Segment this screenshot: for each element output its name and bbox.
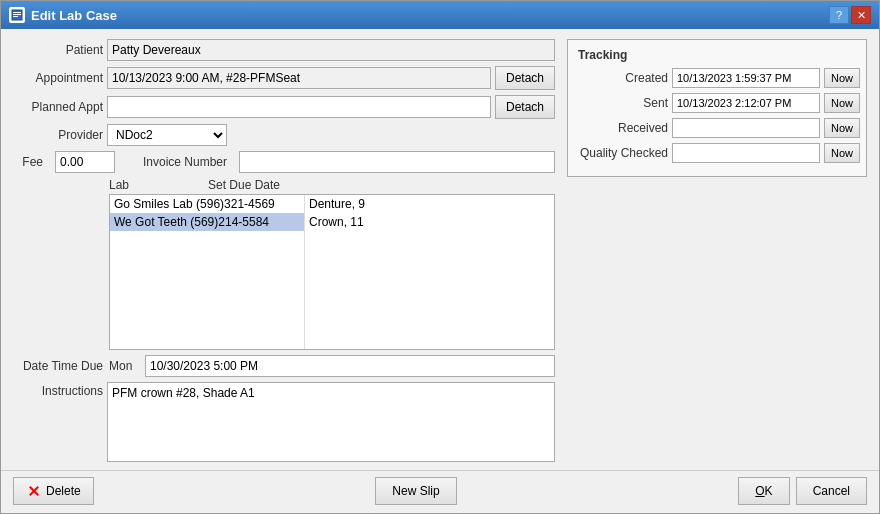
delete-label: Delete: [46, 484, 81, 498]
patient-input[interactable]: [107, 39, 555, 61]
tracking-created-input[interactable]: [672, 68, 820, 88]
invoice-input[interactable]: [239, 151, 555, 173]
instructions-section: Instructions PFM crown #28, Shade A1: [13, 382, 555, 462]
edit-lab-case-window: Edit Lab Case ? ✕ Patient Appointment De…: [0, 0, 880, 514]
svg-rect-1: [13, 12, 21, 13]
due-list[interactable]: Denture, 9 Crown, 11: [305, 195, 554, 349]
window-content: Patient Appointment Detach Planned Appt …: [1, 29, 879, 470]
tracking-received-now-button[interactable]: Now: [824, 118, 860, 138]
patient-row: Patient: [13, 39, 555, 61]
instructions-textarea[interactable]: PFM crown #28, Shade A1: [107, 382, 555, 462]
lab-item-1[interactable]: Go Smiles Lab (596)321-4569: [110, 195, 304, 213]
close-button[interactable]: ✕: [851, 6, 871, 24]
lab-list-area: Go Smiles Lab (596)321-4569 We Got Teeth…: [109, 194, 555, 350]
new-slip-button[interactable]: New Slip: [375, 477, 456, 505]
appointment-label: Appointment: [13, 71, 103, 85]
help-button[interactable]: ?: [829, 6, 849, 24]
ok-button[interactable]: OK: [738, 477, 789, 505]
provider-select[interactable]: NDoc2: [107, 124, 227, 146]
set-due-column-header: Set Due Date: [208, 178, 555, 194]
window-title: Edit Lab Case: [31, 8, 117, 23]
lab-section: Lab Set Due Date Go Smiles Lab (596)321-…: [13, 178, 555, 350]
planned-appt-label: Planned Appt: [13, 100, 103, 114]
detach-planned-button[interactable]: Detach: [495, 95, 555, 119]
appointment-input[interactable]: [107, 67, 491, 89]
tracking-created-row: Created Now: [578, 68, 856, 88]
bottom-bar: Delete New Slip OK Cancel: [1, 470, 879, 513]
tracking-quality-row: Quality Checked Now: [578, 143, 856, 163]
lab-headers: Lab Set Due Date: [13, 178, 555, 194]
fee-label: Fee: [13, 155, 43, 169]
delete-x-icon: [26, 483, 42, 499]
cancel-button[interactable]: Cancel: [796, 477, 867, 505]
due-item-2[interactable]: Crown, 11: [305, 213, 554, 231]
tracking-title: Tracking: [578, 48, 856, 62]
svg-rect-3: [13, 16, 18, 17]
tracking-received-row: Received Now: [578, 118, 856, 138]
tracking-created-label: Created: [578, 71, 668, 85]
planned-appt-input[interactable]: [107, 96, 491, 118]
tracking-panel: Tracking Created Now Sent Now: [567, 39, 867, 177]
svg-rect-2: [13, 14, 21, 15]
title-bar: Edit Lab Case ? ✕: [1, 1, 879, 29]
datetime-input[interactable]: [145, 355, 555, 377]
tracking-sent-now-button[interactable]: Now: [824, 93, 860, 113]
main-area: Patient Appointment Detach Planned Appt …: [13, 39, 867, 462]
detach-appointment-button[interactable]: Detach: [495, 66, 555, 90]
tracking-quality-input[interactable]: [672, 143, 820, 163]
patient-label: Patient: [13, 43, 103, 57]
right-panel: Tracking Created Now Sent Now: [567, 39, 867, 462]
invoice-label: Invoice Number: [143, 155, 227, 169]
left-panel: Patient Appointment Detach Planned Appt …: [13, 39, 555, 462]
due-item-1[interactable]: Denture, 9: [305, 195, 554, 213]
day-of-week: Mon: [109, 359, 139, 373]
appointment-row: Appointment Detach: [13, 66, 555, 90]
tracking-received-label: Received: [578, 121, 668, 135]
lab-list[interactable]: Go Smiles Lab (596)321-4569 We Got Teeth…: [110, 195, 305, 349]
provider-label: Provider: [13, 128, 103, 142]
datetime-label: Date Time Due: [13, 359, 103, 373]
bottom-right: OK Cancel: [738, 477, 867, 505]
provider-row: Provider NDoc2: [13, 124, 555, 146]
fee-input[interactable]: [55, 151, 115, 173]
instructions-label: Instructions: [13, 382, 103, 462]
tracking-sent-row: Sent Now: [578, 93, 856, 113]
tracking-created-now-button[interactable]: Now: [824, 68, 860, 88]
tracking-quality-now-button[interactable]: Now: [824, 143, 860, 163]
ok-label-rest: K: [765, 484, 773, 498]
tracking-sent-label: Sent: [578, 96, 668, 110]
lab-item-2[interactable]: We Got Teeth (569)214-5584: [110, 213, 304, 231]
tracking-sent-input[interactable]: [672, 93, 820, 113]
tracking-received-input[interactable]: [672, 118, 820, 138]
delete-button[interactable]: Delete: [13, 477, 94, 505]
datetime-row: Date Time Due Mon: [13, 355, 555, 377]
window-icon: [9, 7, 25, 23]
lab-column-header: Lab: [13, 178, 208, 194]
bottom-left: Delete: [13, 477, 94, 505]
planned-appt-row: Planned Appt Detach: [13, 95, 555, 119]
bottom-center: New Slip: [375, 477, 456, 505]
fee-invoice-row: Fee Invoice Number: [13, 151, 555, 173]
tracking-quality-label: Quality Checked: [578, 146, 668, 160]
